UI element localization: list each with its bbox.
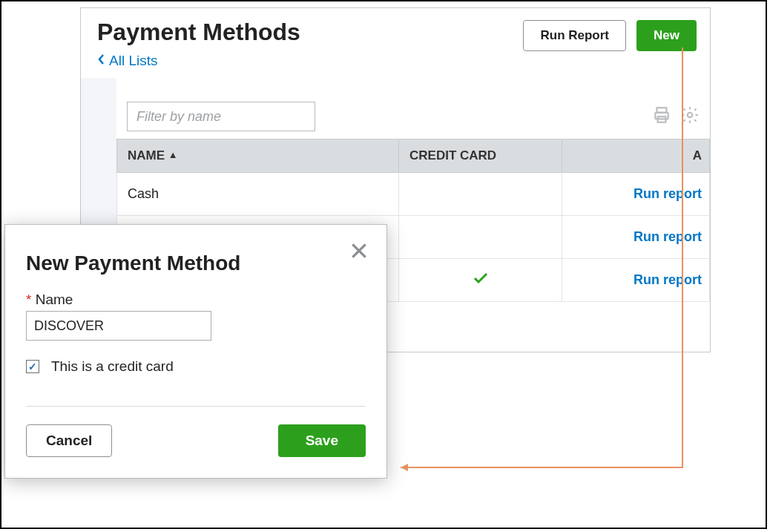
print-icon[interactable] [652,105,671,128]
filter-input[interactable] [127,102,315,131]
column-header-action[interactable]: A [562,139,710,173]
svg-point-3 [688,113,693,118]
check-icon [473,272,488,287]
checkbox-label: This is a credit card [51,358,174,375]
table-row: Cash Run report [117,173,710,216]
name-field-label: * Name [26,292,366,308]
row-action-link[interactable]: Run report [562,259,710,302]
cell-name: Cash [117,173,399,216]
back-link-text: All Lists [109,53,157,69]
cell-credit-card [399,216,562,259]
svg-marker-6 [401,464,408,471]
credit-card-checkbox[interactable]: ✓ [26,360,39,373]
name-input[interactable] [26,311,211,341]
cell-credit-card [399,173,562,216]
back-link[interactable]: All Lists [97,53,157,69]
sort-asc-icon: ▲ [168,149,178,160]
run-report-button[interactable]: Run Report [523,20,626,51]
save-button[interactable]: Save [278,424,366,457]
dialog-title: New Payment Method [26,252,240,275]
required-indicator: * [26,292,31,307]
gear-icon[interactable] [680,105,700,128]
page-title: Payment Methods [97,19,300,46]
cancel-button[interactable]: Cancel [26,424,112,457]
close-icon[interactable] [349,241,369,263]
new-button[interactable]: New [636,20,697,51]
column-header-name[interactable]: NAME ▲ [117,139,399,173]
new-payment-method-dialog: New Payment Method * Name ✓ This is a cr… [4,224,387,479]
chevron-left-icon [97,53,105,69]
cell-credit-card [399,259,562,302]
row-action-link[interactable]: Run report [562,216,710,259]
column-header-credit-card[interactable]: CREDIT CARD [399,139,562,173]
row-action-link[interactable]: Run report [562,173,710,216]
